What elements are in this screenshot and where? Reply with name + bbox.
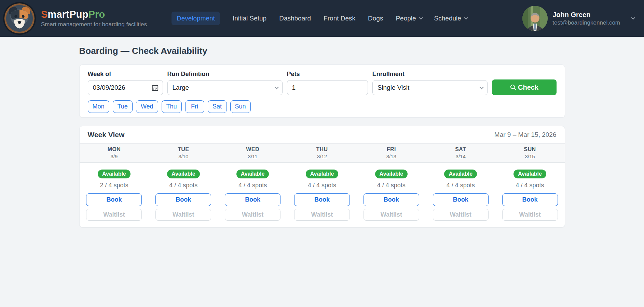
chevron-down-icon <box>419 16 423 19</box>
app-logo <box>3 2 36 35</box>
user-menu[interactable]: John Green test@boardingkennel.com <box>522 6 634 31</box>
day-header-sat: SAT 3/14 <box>426 146 495 159</box>
brand-title: SmartPupPro <box>41 9 147 20</box>
book-button-tue[interactable]: Book <box>155 193 211 206</box>
nav-item-development[interactable]: Development <box>172 12 220 25</box>
chevron-down-icon <box>479 85 484 89</box>
availability-cell-tue: Available 4 / 4 spots Book Waitlist <box>149 170 218 221</box>
nav-item-dogs[interactable]: Dogs <box>368 15 383 22</box>
day-header-mon: MON 3/9 <box>80 146 149 159</box>
brand-seg3: Pro <box>88 9 105 20</box>
spots-count: 4 / 4 spots <box>308 182 336 189</box>
spots-count: 2 / 4 spots <box>100 182 128 189</box>
week-date-range: Mar 9 – Mar 15, 2026 <box>494 131 557 138</box>
day-header-wed: WED 3/11 <box>218 146 287 159</box>
waitlist-button-thu[interactable]: Waitlist <box>294 209 350 221</box>
brand-seg1: S <box>41 9 48 20</box>
main-nav: Development Initial Setup Dashboard Fron… <box>172 12 467 25</box>
check-button[interactable]: Check <box>492 79 557 95</box>
brand-block: SmartPupPro Smart management for boardin… <box>41 9 147 28</box>
week-of-label: Week of <box>88 71 163 78</box>
status-badge: Available <box>98 170 131 178</box>
waitlist-button-mon[interactable]: Waitlist <box>86 209 142 221</box>
day-pill-mon[interactable]: Mon <box>88 100 109 113</box>
user-info: John Green test@boardingkennel.com <box>552 11 620 26</box>
availability-cell-fri: Available 4 / 4 spots Book Waitlist <box>357 170 426 221</box>
availability-filter-card: Week of Run Definition Large <box>79 64 565 118</box>
week-view-header: Week View Mar 9 – Mar 15, 2026 <box>80 126 565 144</box>
day-pill-wed[interactable]: Wed <box>136 100 158 113</box>
nav-item-schedule-label: Schedule <box>434 15 461 22</box>
run-definition-value: Large <box>173 84 189 91</box>
nav-item-front-desk[interactable]: Front Desk <box>324 15 355 22</box>
chevron-down-icon <box>464 16 468 19</box>
day-pill-sun[interactable]: Sun <box>230 100 251 113</box>
chevron-down-icon[interactable] <box>631 16 635 19</box>
book-button-wed[interactable]: Book <box>225 193 280 206</box>
spots-count: 4 / 4 spots <box>516 182 544 189</box>
enrollment-group: Enrollment Single Visit <box>372 71 488 95</box>
day-pill-fri[interactable]: Fri <box>185 100 204 113</box>
brand-tagline: Smart management for boarding facilities <box>41 21 147 28</box>
enrollment-value: Single Visit <box>378 84 410 91</box>
day-header-tue: TUE 3/10 <box>149 146 218 159</box>
waitlist-button-fri[interactable]: Waitlist <box>364 209 419 221</box>
book-button-mon[interactable]: Book <box>86 193 142 206</box>
waitlist-button-sat[interactable]: Waitlist <box>433 209 489 221</box>
pets-group: Pets <box>287 71 368 95</box>
search-icon <box>510 84 517 91</box>
spots-count: 4 / 4 spots <box>169 182 197 189</box>
nav-item-dashboard[interactable]: Dashboard <box>279 15 311 22</box>
user-name: John Green <box>552 11 620 19</box>
status-badge: Available <box>236 170 269 178</box>
status-badge: Available <box>513 170 546 178</box>
nav-item-initial-setup[interactable]: Initial Setup <box>233 15 266 22</box>
run-definition-select[interactable]: Large <box>167 80 283 95</box>
page-title: Boarding — Check Availability <box>79 46 565 56</box>
book-button-fri[interactable]: Book <box>364 193 419 206</box>
avatar <box>522 6 548 31</box>
top-navbar: SmartPupPro Smart management for boardin… <box>0 0 644 37</box>
waitlist-button-sun[interactable]: Waitlist <box>502 209 558 221</box>
chevron-down-icon <box>274 85 279 89</box>
spots-count: 4 / 4 spots <box>377 182 406 189</box>
day-pill-sat[interactable]: Sat <box>208 100 227 113</box>
enrollment-label: Enrollment <box>372 71 488 78</box>
pets-input[interactable] <box>287 80 368 95</box>
spots-count: 4 / 4 spots <box>447 182 475 189</box>
waitlist-button-tue[interactable]: Waitlist <box>155 209 211 221</box>
status-badge: Available <box>444 170 477 178</box>
status-badge: Available <box>306 170 339 178</box>
week-view-card: Week View Mar 9 – Mar 15, 2026 MON 3/9 T… <box>79 126 565 228</box>
availability-cell-wed: Available 4 / 4 spots Book Waitlist <box>218 170 287 221</box>
check-button-label: Check <box>518 84 538 91</box>
pets-label: Pets <box>287 71 368 78</box>
book-button-sun[interactable]: Book <box>502 193 558 206</box>
day-pill-tue[interactable]: Tue <box>113 100 133 113</box>
waitlist-button-wed[interactable]: Waitlist <box>225 209 280 221</box>
day-header-thu: THU 3/12 <box>287 146 357 159</box>
week-day-header-row: MON 3/9 TUE 3/10 WED 3/11 THU 3/12 FRI 3… <box>80 144 565 163</box>
week-of-group: Week of <box>88 71 163 95</box>
day-header-sun: SUN 3/15 <box>495 146 565 159</box>
book-button-thu[interactable]: Book <box>294 193 350 206</box>
availability-cell-mon: Available 2 / 4 spots Book Waitlist <box>80 170 149 221</box>
nav-item-people-label: People <box>396 15 416 22</box>
nav-item-people[interactable]: People <box>396 15 421 22</box>
week-view-title: Week View <box>88 131 125 139</box>
nav-item-schedule[interactable]: Schedule <box>434 15 467 22</box>
enrollment-select[interactable]: Single Visit <box>372 80 488 95</box>
run-definition-label: Run Definition <box>167 71 283 78</box>
calendar-icon[interactable] <box>151 84 159 91</box>
brand-seg2: martPup <box>48 9 88 20</box>
week-availability-row: Available 2 / 4 spots Book Waitlist Avai… <box>80 163 565 227</box>
book-button-sat[interactable]: Book <box>433 193 489 206</box>
status-badge: Available <box>375 170 408 178</box>
availability-cell-sun: Available 4 / 4 spots Book Waitlist <box>495 170 565 221</box>
availability-cell-thu: Available 4 / 4 spots Book Waitlist <box>287 170 357 221</box>
day-header-fri: FRI 3/13 <box>357 146 426 159</box>
availability-cell-sat: Available 4 / 4 spots Book Waitlist <box>426 170 495 221</box>
day-pill-thu[interactable]: Thu <box>162 100 182 113</box>
run-definition-group: Run Definition Large <box>167 71 283 95</box>
user-email: test@boardingkennel.com <box>552 19 620 26</box>
